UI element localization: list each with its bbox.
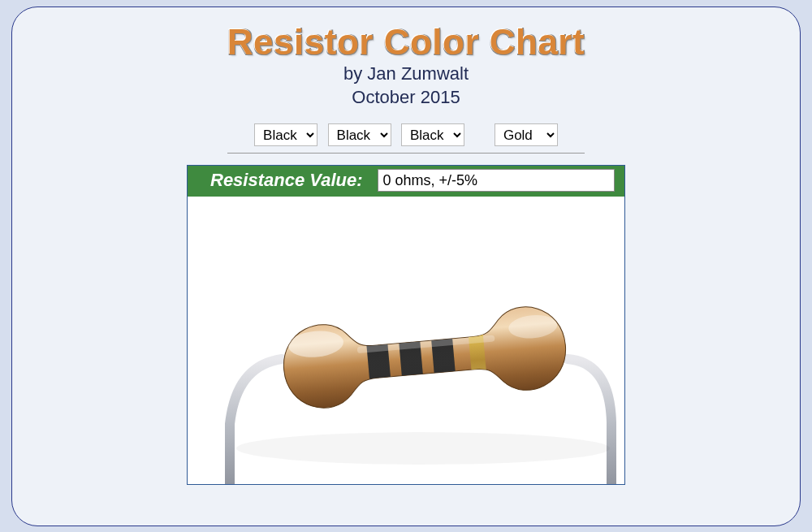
wire-right: [568, 359, 611, 484]
resistor-image: [188, 197, 624, 484]
main-card: Resistor Color Chart by Jan Zumwalt Octo…: [11, 6, 801, 526]
result-label: Resistance Value:: [196, 170, 378, 191]
divider: [227, 153, 585, 154]
result-panel: Resistance Value:: [187, 165, 625, 485]
page-title: Resistor Color Chart: [12, 22, 800, 63]
band3-select[interactable]: Black: [401, 123, 464, 146]
band2-select[interactable]: Black: [328, 123, 391, 146]
band4-select[interactable]: Gold: [495, 123, 558, 146]
wire-left: [230, 359, 282, 484]
result-value[interactable]: [378, 169, 615, 192]
result-header: Resistance Value:: [188, 166, 624, 197]
band1-select[interactable]: Black: [254, 123, 317, 146]
band-selects: Black Black Black Gold: [12, 123, 800, 146]
date-line: October 2015: [12, 86, 800, 110]
byline: by Jan Zumwalt: [12, 63, 800, 86]
body-shadow: [236, 432, 610, 465]
